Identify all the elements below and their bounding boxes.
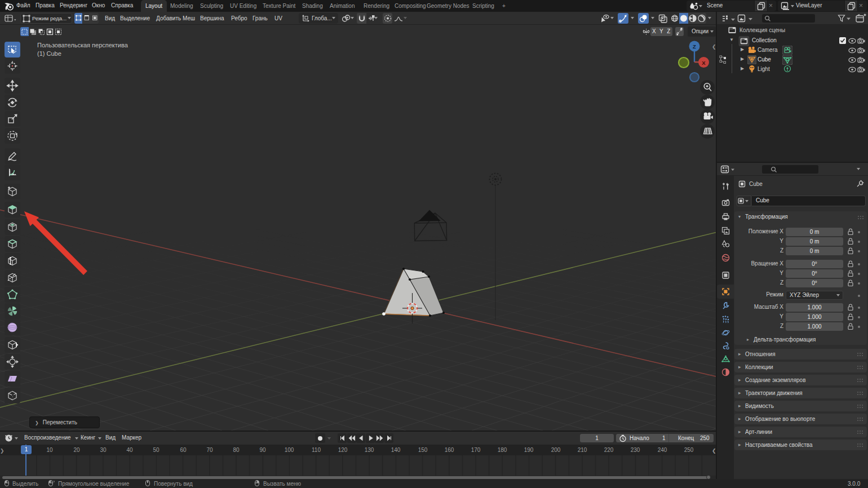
svg-text:X: X (702, 60, 706, 66)
svg-text:Z: Z (693, 43, 696, 50)
